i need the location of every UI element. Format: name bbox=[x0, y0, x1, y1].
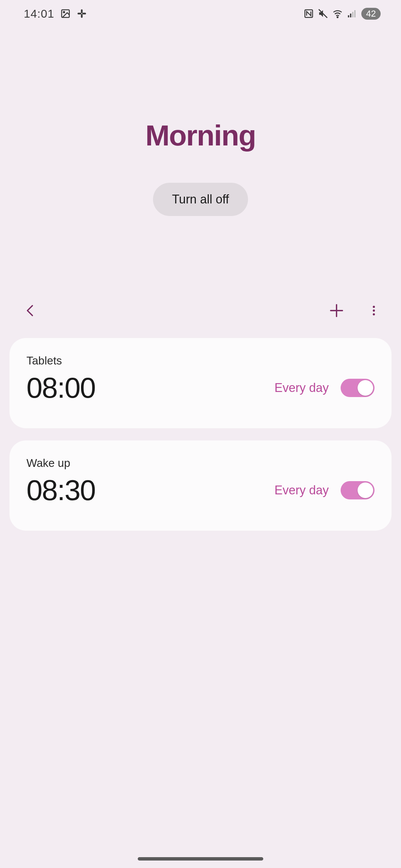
svg-rect-3 bbox=[81, 14, 83, 18]
status-time: 14:01 bbox=[24, 7, 54, 20]
chevron-left-icon bbox=[23, 301, 38, 321]
svg-point-1 bbox=[63, 12, 65, 13]
alarm-toggle[interactable] bbox=[341, 379, 375, 397]
svg-rect-10 bbox=[350, 14, 351, 17]
toolbar bbox=[0, 294, 401, 328]
alarm-label: Wake up bbox=[26, 457, 375, 470]
add-alarm-button[interactable] bbox=[326, 301, 347, 321]
page-title: Morning bbox=[145, 119, 255, 152]
alarm-right: Every day bbox=[274, 481, 375, 499]
toggle-knob bbox=[358, 380, 373, 396]
alarm-right: Every day bbox=[274, 379, 375, 397]
svg-point-16 bbox=[373, 309, 375, 311]
alarm-toggle[interactable] bbox=[341, 481, 375, 499]
alarm-card[interactable]: Wake up 08:30 Every day bbox=[9, 440, 392, 531]
plus-icon bbox=[328, 302, 345, 320]
back-button[interactable] bbox=[20, 301, 41, 321]
battery-indicator: 42 bbox=[361, 8, 381, 20]
alarm-row: 08:30 Every day bbox=[26, 474, 375, 507]
turn-all-off-button[interactable]: Turn all off bbox=[153, 183, 248, 216]
svg-rect-11 bbox=[352, 12, 354, 17]
header: Morning Turn all off bbox=[0, 27, 401, 216]
image-icon bbox=[60, 8, 71, 19]
alarm-card[interactable]: Tablets 08:00 Every day bbox=[9, 338, 392, 428]
svg-rect-2 bbox=[81, 9, 83, 13]
svg-point-17 bbox=[373, 313, 375, 315]
alarm-label: Tablets bbox=[26, 354, 375, 367]
svg-rect-9 bbox=[348, 15, 349, 17]
alarm-row: 08:00 Every day bbox=[26, 371, 375, 405]
alarm-list: Tablets 08:00 Every day Wake up 08:30 Ev… bbox=[0, 328, 401, 531]
toolbar-right bbox=[326, 301, 384, 321]
more-options-button[interactable] bbox=[364, 301, 384, 321]
status-right: 42 bbox=[304, 8, 381, 20]
alarm-repeat: Every day bbox=[274, 381, 329, 395]
signal-icon bbox=[347, 8, 357, 19]
nfc-icon bbox=[304, 8, 314, 19]
alarm-time: 08:30 bbox=[26, 474, 95, 507]
svg-rect-12 bbox=[354, 10, 356, 17]
status-left: 14:01 bbox=[24, 7, 87, 20]
wifi-icon bbox=[332, 8, 343, 19]
svg-rect-4 bbox=[78, 13, 81, 15]
svg-point-8 bbox=[337, 17, 338, 18]
svg-point-15 bbox=[373, 305, 375, 308]
toggle-knob bbox=[358, 482, 373, 498]
alarm-time: 08:00 bbox=[26, 371, 95, 405]
svg-rect-5 bbox=[82, 13, 86, 15]
more-vertical-icon bbox=[367, 302, 380, 320]
slack-icon bbox=[77, 8, 87, 19]
home-indicator[interactable] bbox=[138, 857, 263, 861]
mute-icon bbox=[318, 8, 328, 19]
status-bar: 14:01 bbox=[0, 0, 401, 27]
alarm-repeat: Every day bbox=[274, 483, 329, 497]
